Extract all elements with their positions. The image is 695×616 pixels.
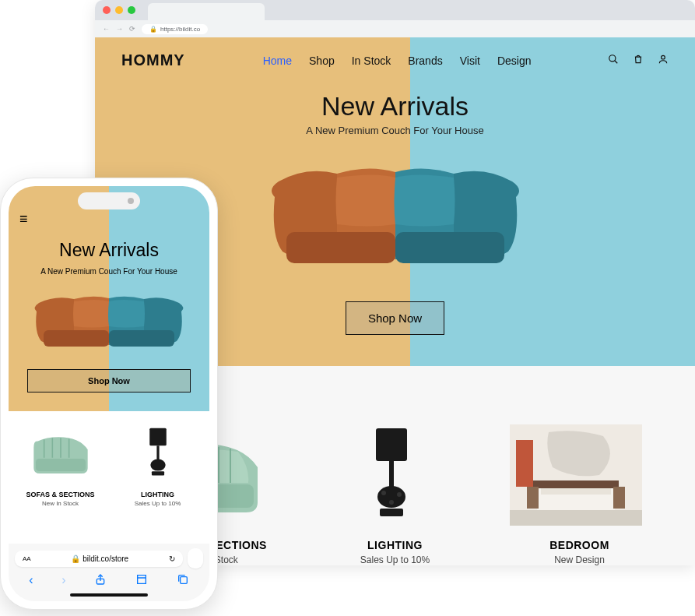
share-icon[interactable]	[94, 573, 107, 589]
mobile-category-sofas[interactable]: SOFAS & SECTIONS New In Stock	[22, 422, 100, 507]
logo[interactable]: HOMMY	[121, 51, 185, 69]
tabs-icon[interactable]	[177, 573, 189, 589]
mobile-browser-chrome: AA 🔒 bildit.co/store ↻ ‹ ›	[9, 544, 209, 601]
lock-icon: 🔒	[149, 26, 157, 33]
url-text: https://bildit.co	[160, 26, 200, 33]
svg-rect-26	[510, 510, 642, 526]
hero-title: New Arrivals	[95, 91, 695, 121]
user-icon[interactable]	[658, 54, 669, 67]
mobile-sofa-image	[22, 422, 100, 484]
category-sub: Sales Up to 10%	[325, 554, 465, 565]
address-bar[interactable]: 🔒 https://bildit.co	[142, 24, 208, 34]
svg-point-36	[150, 459, 165, 471]
minimize-window-icon[interactable]	[115, 6, 123, 14]
text-size-icon[interactable]: AA	[23, 555, 31, 562]
bag-icon[interactable]	[633, 54, 644, 67]
mobile-category-title: LIGHTING	[119, 491, 197, 498]
svg-rect-24	[527, 487, 539, 509]
reload-icon[interactable]: ↻	[169, 554, 175, 563]
mobile-category-sub: New In Stock	[22, 500, 100, 507]
svg-point-0	[609, 55, 616, 62]
mobile-hero-title: New Arrivals	[19, 240, 198, 261]
svg-rect-39	[180, 577, 187, 584]
lamp-image	[325, 421, 458, 530]
hero-subtitle: A New Premium Couch For Your House	[95, 125, 695, 136]
mobile-shop-now-button[interactable]: Shop Now	[27, 369, 191, 392]
svg-rect-20	[516, 440, 533, 487]
phone-screen: ≡ New Arrivals A New Premium Couch For Y…	[9, 186, 209, 601]
svg-rect-18	[380, 509, 403, 516]
shop-now-button[interactable]: Shop Now	[346, 301, 444, 335]
header-icons	[608, 54, 669, 67]
dynamic-island	[78, 192, 140, 209]
svg-point-16	[397, 492, 402, 497]
mobile-hero-image	[27, 287, 191, 357]
category-title: BEDROOM	[510, 539, 650, 551]
mobile-categories: SOFAS & SECTIONS New In Stock LIGHTING S…	[9, 411, 209, 507]
camera-icon	[128, 198, 134, 204]
site-header: HOMMY Home Shop In Stock Brands Visit De…	[95, 37, 695, 83]
nav-visit[interactable]: Visit	[460, 55, 480, 67]
phone-mockup: ≡ New Arrivals A New Premium Couch For Y…	[0, 178, 218, 610]
svg-rect-13	[389, 461, 394, 488]
nav-instock[interactable]: In Stock	[352, 55, 391, 67]
svg-rect-29	[36, 458, 86, 470]
category-title: LIGHTING	[325, 539, 465, 551]
back-icon[interactable]: ←	[103, 25, 110, 33]
browser-toolbar: ← → ⟳ 🔒 https://bildit.co	[95, 20, 695, 37]
hero-image	[259, 150, 532, 283]
search-icon[interactable]	[608, 54, 619, 67]
svg-line-1	[615, 61, 618, 64]
mobile-address-bar[interactable]: AA 🔒 bildit.co/store ↻	[15, 551, 183, 567]
bedroom-image	[510, 421, 642, 530]
svg-rect-25	[613, 487, 625, 509]
mobile-tab-peek[interactable]	[188, 548, 203, 568]
nav-shop[interactable]: Shop	[309, 55, 335, 67]
mobile-category-title: SOFAS & SECTIONS	[22, 491, 100, 498]
forward-icon[interactable]: ›	[61, 573, 65, 589]
window-controls	[103, 6, 135, 14]
svg-rect-23	[541, 488, 611, 495]
svg-rect-3	[286, 232, 395, 263]
mobile-lamp-image	[119, 422, 197, 484]
reload-icon[interactable]: ⟳	[129, 25, 135, 33]
svg-rect-4	[395, 232, 504, 263]
nav-design[interactable]: Design	[497, 55, 532, 67]
mobile-category-sub: Sales Up to 10%	[119, 500, 197, 507]
nav-brands[interactable]: Brands	[408, 55, 442, 67]
svg-rect-28	[109, 330, 174, 347]
mobile-url: 🔒 bildit.co/store	[71, 554, 128, 563]
category-sub: New Design	[510, 554, 650, 565]
svg-point-15	[381, 491, 386, 495]
browser-tab-bar	[95, 0, 695, 20]
svg-rect-21	[533, 480, 619, 488]
close-window-icon[interactable]	[103, 6, 111, 14]
svg-point-2	[662, 55, 665, 59]
svg-point-17	[389, 500, 394, 505]
nav-home[interactable]: Home	[263, 55, 292, 67]
bookmarks-icon[interactable]	[135, 573, 148, 589]
mobile-hero-subtitle: A New Premium Couch For Your House	[19, 267, 198, 276]
home-indicator[interactable]	[70, 593, 148, 597]
category-card-bedroom[interactable]: BEDROOM New Design	[510, 421, 650, 565]
svg-rect-27	[44, 330, 109, 347]
back-icon[interactable]: ‹	[29, 573, 33, 589]
svg-rect-35	[156, 445, 159, 460]
mobile-category-lighting[interactable]: LIGHTING Sales Up to 10%	[119, 422, 197, 507]
main-nav: Home Shop In Stock Brands Visit Design	[263, 55, 532, 67]
svg-rect-12	[376, 428, 407, 461]
mobile-toolbar: ‹ ›	[15, 573, 203, 589]
maximize-window-icon[interactable]	[128, 6, 135, 14]
svg-rect-34	[149, 428, 167, 446]
lock-icon: 🔒	[71, 554, 80, 563]
forward-icon[interactable]: →	[116, 25, 123, 33]
browser-tab[interactable]	[148, 3, 265, 20]
category-card-lighting[interactable]: LIGHTING Sales Up to 10%	[325, 421, 465, 565]
svg-rect-37	[151, 471, 163, 475]
mobile-hero: New Arrivals A New Premium Couch For You…	[9, 227, 209, 411]
menu-icon[interactable]: ≡	[19, 211, 28, 227]
